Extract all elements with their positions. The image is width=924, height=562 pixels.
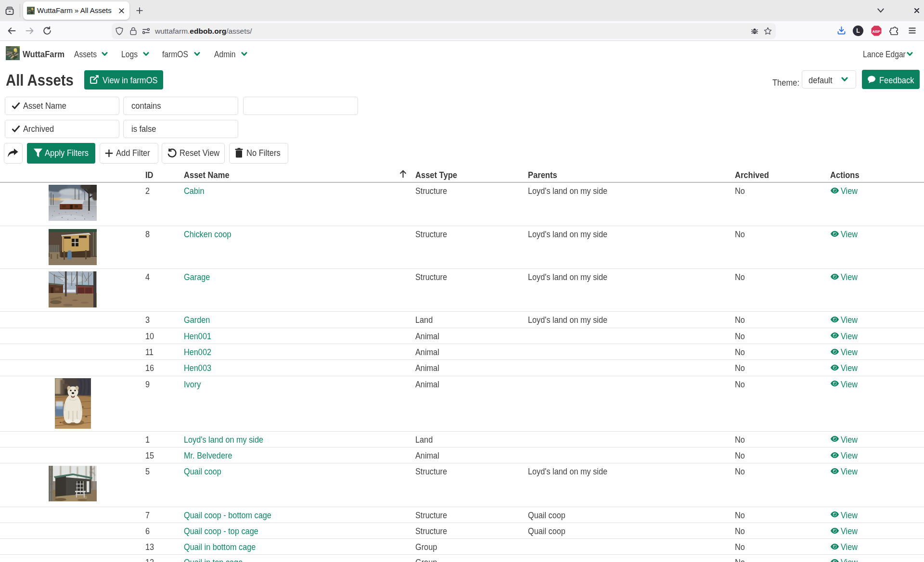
svg-text:ABP: ABP [873,29,881,34]
